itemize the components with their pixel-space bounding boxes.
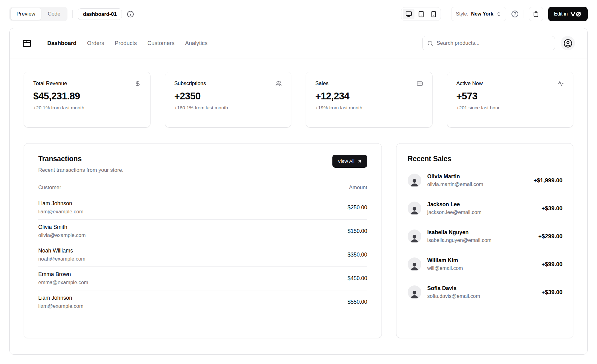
sale-customer-email: isabella.nguyen@email.com: [427, 237, 538, 243]
nav-item-products[interactable]: Products: [115, 40, 137, 47]
dollar-sign-icon: [135, 80, 141, 87]
v0-logo-icon: [571, 11, 582, 17]
style-select-label: Style:: [456, 11, 468, 17]
recent-sales-title: Recent Sales: [408, 155, 562, 163]
transaction-amount: $450.00: [348, 275, 367, 281]
stat-change: +180.1% from last month: [174, 105, 282, 111]
mobile-view-button[interactable]: [428, 9, 439, 19]
transaction-amount: $250.00: [348, 204, 367, 211]
sale-customer-name: Jackson Lee: [427, 201, 542, 208]
tablet-view-button[interactable]: [415, 9, 427, 19]
sale-customer-email: sofia.davis@email.com: [427, 293, 542, 299]
sale-amount: +$39.00: [542, 205, 562, 212]
sale-amount: +$39.00: [542, 289, 562, 296]
stat-card-active-now: Active Now +573 +201 since last hour: [447, 72, 574, 128]
stats-grid: Total Revenue $45,231.89 +20.1% from las…: [24, 72, 573, 128]
transactions-subtitle: Recent transactions from your store.: [38, 167, 123, 173]
customer-email: noah@example.com: [38, 256, 274, 262]
credit-card-icon: [417, 80, 423, 87]
search-icon: [427, 40, 433, 46]
toolbar-separator: [446, 10, 446, 18]
transactions-title: Transactions: [38, 155, 123, 163]
stat-card-sales: Sales +12,234 +19% from last month: [306, 72, 433, 128]
avatar: [408, 174, 421, 187]
sale-customer-name: Sofia Davis: [427, 285, 542, 292]
stat-title: Subscriptions: [174, 80, 206, 87]
list-item[interactable]: Isabella Nguyen isabella.nguyen@email.co…: [408, 229, 562, 243]
customer-email: emma@example.com: [38, 280, 274, 285]
sale-customer-email: jackson.lee@email.com: [427, 209, 542, 215]
customer-name: Emma Brown: [38, 271, 274, 278]
stat-title: Active Now: [456, 80, 483, 87]
table-row[interactable]: Emma Brown emma@example.com $450.00: [38, 267, 367, 290]
block-toolbar: Preview Code dashboard-01 Style: New Yor…: [0, 0, 597, 28]
avatar: [408, 257, 421, 271]
table-row[interactable]: Noah Williams noah@example.com $350.00: [38, 243, 367, 267]
transactions-panel: Transactions Recent transactions from yo…: [24, 143, 382, 338]
help-icon[interactable]: [511, 10, 519, 18]
list-item[interactable]: Olivia Martin olivia.martin@email.com +$…: [408, 173, 562, 187]
bottom-grid: Transactions Recent transactions from yo…: [24, 143, 573, 338]
store-logo-icon[interactable]: [22, 39, 32, 48]
avatar: [408, 202, 421, 215]
transactions-table: Customer Amount Liam Johnson liam@exampl…: [38, 184, 367, 314]
stat-title: Sales: [315, 80, 329, 87]
toolbar-separator: [524, 10, 524, 18]
desktop-view-button[interactable]: [403, 9, 414, 19]
stat-change: +201 since last hour: [456, 105, 564, 111]
dashboard-header: Dashboard Orders Products Customers Anal…: [10, 28, 587, 58]
main-nav: Dashboard Orders Products Customers Anal…: [47, 40, 422, 47]
stat-value: +12,234: [315, 91, 423, 102]
nav-item-orders[interactable]: Orders: [87, 40, 104, 47]
recent-sales-panel: Recent Sales Olivia Martin olivia.martin…: [396, 143, 573, 338]
table-row[interactable]: Liam Johnson liam@example.com $250.00: [38, 196, 367, 220]
sale-amount: +$299.00: [538, 233, 562, 240]
customer-name: Noah Williams: [38, 248, 274, 254]
list-item[interactable]: Sofia Davis sofia.davis@email.com +$39.0…: [408, 285, 562, 299]
stat-card-total-revenue: Total Revenue $45,231.89 +20.1% from las…: [24, 72, 150, 128]
transaction-amount: $350.00: [348, 252, 367, 258]
sale-amount: +$1,999.00: [534, 177, 562, 184]
copy-code-button[interactable]: [529, 7, 543, 21]
list-item[interactable]: Jackson Lee jackson.lee@email.com +$39.0…: [408, 201, 562, 215]
customer-email: liam@example.com: [38, 303, 274, 309]
customer-email: liam@example.com: [38, 209, 274, 215]
clipboard-icon: [533, 11, 539, 17]
edit-in-v0-button[interactable]: Edit in: [548, 7, 588, 21]
table-row[interactable]: Olivia Smith olivia@example.com $150.00: [38, 220, 367, 243]
tab-preview[interactable]: Preview: [11, 8, 41, 20]
style-select[interactable]: Style: New York: [451, 7, 506, 21]
table-row[interactable]: Liam Johnson liam@example.com $550.00: [38, 290, 367, 314]
recent-sales-list: Olivia Martin olivia.martin@email.com +$…: [408, 173, 562, 299]
arrow-up-right-icon: [357, 159, 362, 164]
chevrons-up-down-icon: [496, 11, 502, 17]
customer-name: Olivia Smith: [38, 224, 274, 230]
sale-customer-name: William Kim: [427, 257, 542, 264]
stat-value: +2350: [174, 91, 282, 102]
tab-code[interactable]: Code: [42, 8, 66, 20]
sale-customer-email: olivia.martin@email.com: [427, 181, 534, 187]
customer-name: Liam Johnson: [38, 200, 274, 207]
view-all-button[interactable]: View All: [332, 155, 367, 168]
column-header-amount: Amount: [274, 184, 367, 196]
block-preview-frame: Dashboard Orders Products Customers Anal…: [9, 28, 588, 355]
sale-amount: +$99.00: [542, 261, 562, 268]
search-input[interactable]: [437, 40, 550, 46]
avatar: [408, 230, 421, 243]
transaction-amount: $550.00: [348, 299, 367, 305]
avatar: [408, 285, 421, 299]
customer-email: olivia@example.com: [38, 232, 274, 238]
nav-item-customers[interactable]: Customers: [147, 40, 174, 47]
nav-item-dashboard[interactable]: Dashboard: [47, 40, 76, 47]
stat-title: Total Revenue: [33, 80, 67, 87]
nav-item-analytics[interactable]: Analytics: [185, 40, 207, 47]
style-select-value: New York: [471, 11, 493, 17]
customer-name: Liam Johnson: [38, 295, 274, 301]
preview-code-tab-group: Preview Code: [9, 7, 67, 21]
circle-user-icon: [563, 39, 572, 48]
device-toggle-group: [401, 7, 441, 21]
info-icon[interactable]: [127, 11, 134, 18]
activity-icon: [558, 80, 564, 87]
list-item[interactable]: William Kim will@email.com +$99.00: [408, 257, 562, 271]
user-menu-button[interactable]: [561, 36, 575, 50]
